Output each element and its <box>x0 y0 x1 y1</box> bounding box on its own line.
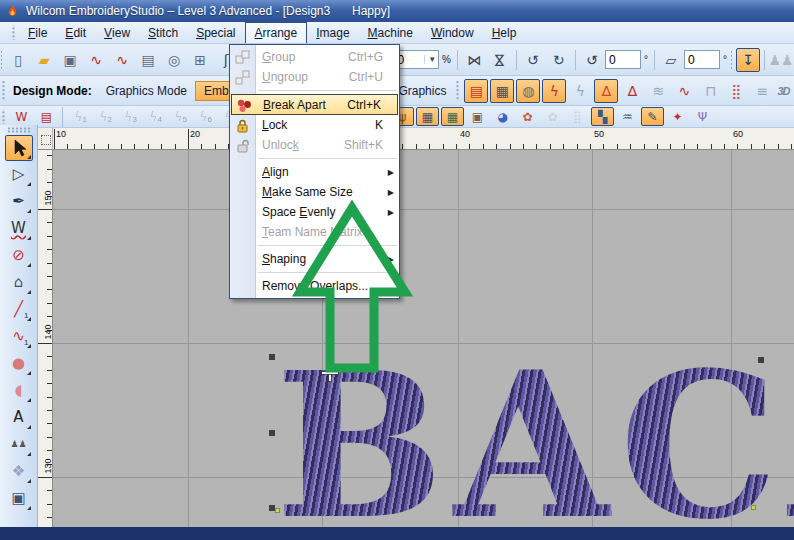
menu-item-shortcut: K <box>375 118 399 132</box>
team-names-tool[interactable]: ♟♟ <box>5 432 33 458</box>
send-to-machine-icon: ∿ <box>90 53 102 67</box>
stitch-list-icon[interactable]: ♒ <box>616 107 639 126</box>
branching-icon[interactable]: Ψ <box>691 107 714 126</box>
menu-file[interactable]: File <box>19 22 56 43</box>
menu-item-align[interactable]: Align▶ <box>230 162 399 182</box>
monogram-tool[interactable]: ❖ <box>5 459 33 485</box>
flip-vertical-icon[interactable]: ⋈ <box>488 48 512 72</box>
menu-item-label: Unlock <box>262 138 299 152</box>
slow-redraw-icon[interactable]: ✦ <box>666 107 689 126</box>
menu-arrange[interactable]: Arrange <box>245 22 308 43</box>
menu-image[interactable]: Image <box>307 22 358 43</box>
thread-colors-icon[interactable]: W <box>10 107 33 126</box>
grid-snap-icon[interactable]: ▦ <box>441 107 464 126</box>
stitch-hook-icon: ʃ <box>224 53 229 67</box>
rotate-right-45-icon[interactable]: ↻ <box>547 48 571 72</box>
rotate-input[interactable]: 0 <box>605 50 641 69</box>
menu-window[interactable]: Window <box>422 22 483 43</box>
three-d-label[interactable]: 3D <box>777 85 789 97</box>
menu-stitch[interactable]: Stitch <box>139 22 187 43</box>
fusion-fill-icon[interactable]: ∆ <box>620 79 644 103</box>
grid-icon[interactable]: ▦ <box>416 107 439 126</box>
menu-item-shortcut: Ctrl+K <box>347 98 397 112</box>
flip-horizontal-icon: ⋈ <box>467 53 481 67</box>
e-stitch-icon[interactable]: ϟ <box>568 79 592 103</box>
digitize-shape-tool[interactable]: ⌂ <box>5 270 33 296</box>
menu-special[interactable]: Special <box>187 22 244 43</box>
menu-view[interactable]: View <box>95 22 139 43</box>
thread-chart-icon[interactable]: ▤ <box>35 107 58 126</box>
selection-handle[interactable] <box>758 357 764 363</box>
show-design-icon[interactable]: ✿ <box>516 107 539 126</box>
annotation-arrow-up <box>288 198 420 378</box>
print-icon[interactable]: ▤ <box>136 48 160 72</box>
fan-fill-icon[interactable]: ≋ <box>646 79 670 103</box>
show-image-icon[interactable]: ▣ <box>466 107 489 126</box>
hoop-icon[interactable]: ◕ <box>491 107 514 126</box>
square-wave-icon[interactable]: ⊓ <box>698 79 722 103</box>
color-blocks-icon: ▚ <box>598 111 607 123</box>
line-fill-icon[interactable]: ≡ <box>750 79 774 103</box>
run-node-tool[interactable]: ∿1 <box>5 324 33 350</box>
rotate-ccw-icon[interactable]: ↺ <box>580 48 604 72</box>
vertical-ruler[interactable]: 150140130 <box>38 150 53 528</box>
menu-item-lock[interactable]: LockK <box>230 115 399 135</box>
graphics-mode-button[interactable]: Graphics Mode <box>98 82 195 100</box>
design-properties-icon[interactable]: ✎ <box>641 107 664 126</box>
hruler-label: 10 <box>56 129 66 139</box>
needle-1: ϟ1 <box>67 107 90 126</box>
save-design-icon[interactable]: ▣ <box>58 48 82 72</box>
run-stitch-icon[interactable]: ∿ <box>672 79 696 103</box>
lettering-tool[interactable]: W <box>5 216 33 242</box>
column-tool[interactable]: ◖ <box>5 378 33 404</box>
edit-off-tool: ⊘ <box>12 248 25 263</box>
motif-fill-icon[interactable]: ◍ <box>516 79 540 103</box>
contour-stitch-icon[interactable]: ∆ <box>594 79 618 103</box>
chevron-down-icon[interactable]: ▼ <box>424 55 436 64</box>
tatami-fill-icon[interactable]: ▦ <box>490 79 514 103</box>
color-blocks-icon[interactable]: ▚ <box>591 107 614 126</box>
satin-stitch-icon[interactable]: ▤ <box>464 79 488 103</box>
flip-horizontal-icon[interactable]: ⋈ <box>462 48 486 72</box>
ruler-origin-button[interactable] <box>38 128 53 150</box>
skew-icon[interactable]: ▱ <box>659 48 683 72</box>
export-machine-file-icon[interactable]: ∿ <box>110 48 134 72</box>
run-line-tool[interactable]: ╱1 <box>5 297 33 323</box>
dotted-fill-icon[interactable]: ⣿ <box>724 79 748 103</box>
sewing-machine-icon[interactable]: ⊞ <box>188 48 212 72</box>
open-design-icon[interactable]: ▰ <box>32 48 56 72</box>
motif-tool[interactable]: ▣ <box>5 486 33 512</box>
zigzag-stitch-icon[interactable]: ϟ <box>542 79 566 103</box>
send-to-machine-icon[interactable]: ∿ <box>84 48 108 72</box>
reshape-tool[interactable]: ▷ <box>5 162 33 188</box>
selection-handle[interactable] <box>269 430 275 436</box>
edit-off-tool[interactable]: ⊘ <box>5 243 33 269</box>
sewing-machine-icon: ⊞ <box>194 53 206 67</box>
design-mode-label: Design Mode: <box>13 84 92 98</box>
rotate-left-45-icon[interactable]: ↺ <box>521 48 545 72</box>
selection-handle[interactable] <box>269 354 275 360</box>
print-preview-icon[interactable]: ◎ <box>162 48 186 72</box>
design-canvas[interactable]: BACA <box>53 150 794 528</box>
skew-input[interactable]: 0 <box>684 50 720 69</box>
lettering-a-tool[interactable]: A <box>5 405 33 431</box>
complex-fill-tool[interactable]: ● <box>5 351 33 377</box>
menu-item-label: Break Apart <box>263 98 326 112</box>
new-design-icon[interactable]: ▯ <box>6 48 30 72</box>
horizontal-ruler[interactable]: 102030405060 <box>53 128 794 150</box>
menu-machine[interactable]: Machine <box>359 22 422 43</box>
menu-item-break-apart[interactable]: Break ApartCtrl+K <box>231 94 398 115</box>
menu-edit[interactable]: Edit <box>56 22 95 43</box>
menu-item-label: Make Same Size <box>262 185 353 199</box>
grid-icon: ▦ <box>422 111 433 123</box>
knife-tool[interactable]: ✒ <box>5 189 33 215</box>
skew-value: 0 <box>688 53 695 67</box>
menu-help[interactable]: Help <box>483 22 526 43</box>
travel-by-needle-icon[interactable]: ↧ <box>736 48 760 72</box>
open-design-icon: ▰ <box>39 53 50 67</box>
lettering-tool: W <box>11 221 26 236</box>
contour-stitch-icon: ∆ <box>602 84 611 98</box>
lettering-a-tool: A <box>13 410 23 425</box>
select-tool[interactable] <box>5 135 33 161</box>
select-arrow-icon <box>11 139 27 157</box>
